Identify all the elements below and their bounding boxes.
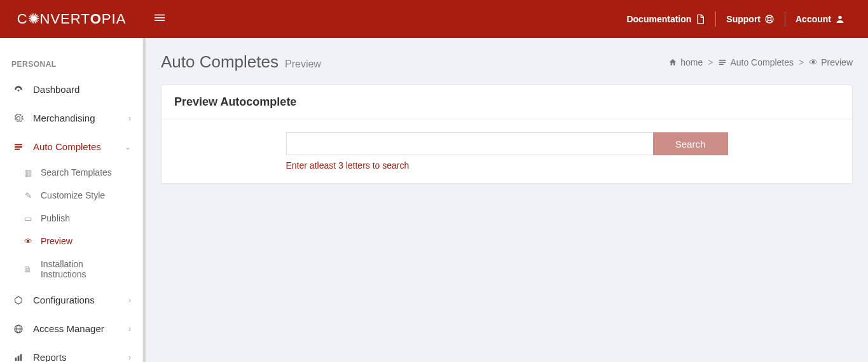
breadcrumb-separator: > [708, 57, 713, 67]
chevron-right-icon: › [128, 324, 131, 333]
file-icon: 🗎 [22, 265, 34, 274]
svg-rect-11 [15, 144, 22, 145]
brand-logo[interactable]: C✺NVERTOPIA [0, 0, 143, 38]
chevron-right-icon: › [128, 114, 131, 123]
edit-icon: ✎ [22, 191, 34, 200]
sidebar-item-configurations[interactable]: Configurations › [0, 286, 142, 314]
brand-text: C✺NVERTOPIA [17, 11, 127, 27]
sub-label: Publish [41, 213, 70, 223]
topbar-links: Documentation Support Account [616, 11, 868, 27]
svg-rect-19 [18, 356, 20, 361]
sidebar-section-title: PERSONAL [0, 51, 142, 75]
breadcrumb: home > Auto Completes > 👁 Preview [668, 57, 853, 67]
breadcrumb-home-label: home [680, 57, 703, 67]
nav-label: Reports [33, 352, 128, 362]
chevron-down-icon: ⌄ [125, 143, 131, 151]
hexagon-icon [11, 295, 25, 305]
sidebar: PERSONAL Dashboard Merchandising › Auto … [0, 38, 143, 362]
sub-label: Search Templates [41, 167, 112, 178]
breadcrumb-current: 👁 Preview [809, 57, 853, 67]
sub-label: Installation Instructions [41, 259, 131, 279]
breadcrumb-home[interactable]: home [668, 57, 703, 67]
sidebar-toggle-button[interactable] [143, 13, 176, 25]
svg-rect-21 [719, 59, 726, 60]
svg-line-5 [766, 16, 768, 18]
svg-rect-18 [15, 358, 17, 361]
list-icon [11, 142, 25, 152]
subnav-customize-style[interactable]: ✎ Customize Style [0, 184, 142, 207]
home-icon [668, 58, 677, 67]
svg-marker-14 [15, 296, 22, 304]
nav-label: Access Manager [33, 323, 128, 334]
columns-icon: ▥ [22, 168, 34, 178]
subnav-preview[interactable]: 👁 Preview [0, 230, 142, 253]
svg-point-4 [768, 17, 771, 20]
chevron-right-icon: › [128, 353, 131, 362]
eye-icon: 👁 [22, 237, 34, 246]
sub-label: Customize Style [41, 190, 105, 200]
svg-rect-12 [15, 146, 22, 148]
panel-title: Preview Autocomplete [162, 85, 852, 120]
documentation-label: Documentation [626, 14, 691, 24]
autocompletes-submenu: ▥ Search Templates ✎ Customize Style ▭ P… [0, 161, 142, 286]
nav-label: Configurations [33, 295, 128, 305]
card-icon: ▭ [22, 214, 34, 223]
svg-line-7 [766, 20, 768, 22]
main-content: Auto Completes Preview home > Auto Compl… [143, 38, 868, 362]
sidebar-item-merchandising[interactable]: Merchandising › [0, 104, 142, 132]
breadcrumb-section-label: Auto Completes [730, 57, 794, 67]
life-ring-icon [764, 14, 775, 24]
svg-line-8 [771, 20, 773, 22]
breadcrumb-current-label: Preview [821, 57, 853, 67]
svg-rect-1 [155, 17, 165, 18]
sidebar-item-dashboard[interactable]: Dashboard [0, 75, 142, 104]
page-header: Auto Completes Preview home > Auto Compl… [161, 52, 853, 72]
subnav-publish[interactable]: ▭ Publish [0, 207, 142, 230]
account-label: Account [796, 14, 831, 24]
page-subtitle: Preview [285, 59, 321, 70]
sidebar-item-access-manager[interactable]: Access Manager › [0, 314, 142, 343]
bar-chart-icon [11, 352, 25, 363]
document-icon [695, 14, 705, 24]
page-title: Auto Completes [161, 52, 279, 72]
nav-label: Dashboard [33, 84, 131, 95]
sidebar-item-autocompletes[interactable]: Auto Completes ⌄ [0, 132, 142, 161]
account-link[interactable]: Account [785, 14, 855, 24]
support-label: Support [726, 14, 761, 24]
breadcrumb-separator: > [799, 57, 804, 67]
list-icon [718, 58, 727, 67]
support-link[interactable]: Support [716, 14, 785, 24]
eye-icon: 👁 [809, 57, 818, 67]
svg-rect-0 [155, 15, 165, 16]
documentation-link[interactable]: Documentation [616, 14, 715, 24]
svg-point-9 [838, 16, 841, 19]
preview-panel: Preview Autocomplete Search Enter atleas… [161, 85, 853, 184]
svg-rect-23 [719, 64, 724, 65]
sub-label: Preview [41, 236, 72, 246]
search-hint: Enter atleast 3 letters to search [286, 160, 728, 171]
breadcrumb-section[interactable]: Auto Completes [718, 57, 794, 67]
hamburger-icon [155, 13, 165, 23]
chevron-right-icon: › [128, 296, 131, 305]
nav-label: Auto Completes [33, 141, 125, 152]
svg-point-10 [18, 90, 20, 92]
dashboard-icon [11, 85, 25, 95]
svg-rect-22 [719, 62, 726, 63]
subnav-installation[interactable]: 🗎 Installation Instructions [0, 253, 142, 286]
svg-rect-20 [20, 354, 22, 361]
nav-label: Merchandising [33, 113, 128, 123]
globe-icon [11, 324, 25, 334]
search-button[interactable]: Search [653, 132, 728, 155]
svg-rect-13 [15, 148, 20, 150]
sidebar-item-reports[interactable]: Reports › [0, 343, 142, 362]
user-icon [835, 14, 845, 24]
svg-line-6 [771, 16, 773, 18]
svg-rect-2 [155, 20, 165, 21]
topbar: C✺NVERTOPIA Documentation Support Accoun… [0, 0, 868, 38]
subnav-search-templates[interactable]: ▥ Search Templates [0, 161, 142, 184]
gear-icon [11, 113, 25, 123]
autocomplete-search-input[interactable] [286, 132, 653, 155]
